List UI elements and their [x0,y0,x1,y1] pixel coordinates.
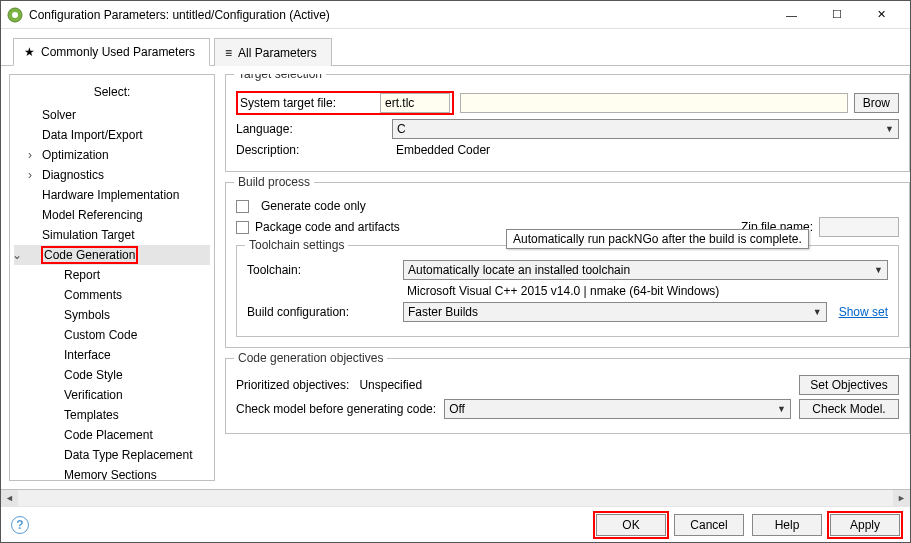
select-value: Faster Builds [408,305,478,319]
tree-item-custom-code[interactable]: Custom Code [14,325,210,345]
maximize-button[interactable]: ☐ [814,1,859,29]
select-value: Off [449,402,465,416]
horizontal-scrollbar[interactable]: ◄ ► [1,489,910,506]
build-config-select[interactable]: Faster Builds ▼ [403,302,827,322]
prioritized-objectives-value: Unspecified [355,378,426,392]
scroll-right-button[interactable]: ► [893,490,910,507]
tree-item-solver[interactable]: Solver [14,105,210,125]
package-code-checkbox[interactable] [236,221,249,234]
window-controls: — ☐ ✕ [769,1,904,29]
toolchain-label: Toolchain: [247,263,397,277]
language-label: Language: [236,122,386,136]
tree-item-model-ref[interactable]: Model Referencing [14,205,210,225]
chevron-down-icon: ▼ [813,307,822,317]
prioritized-objectives-label: Prioritized objectives: [236,378,349,392]
zip-file-input [819,217,899,237]
generate-code-only-label: Generate code only [261,199,366,213]
tree-item-templates[interactable]: Templates [14,405,210,425]
tooltip: Automatically run packNGo after the buil… [506,229,809,249]
system-target-file-input-ext[interactable] [460,93,848,113]
group-title: Toolchain settings [245,238,348,252]
group-title: Target selection [234,74,326,81]
tab-bar: ★ Commonly Used Parameters ≡ All Paramet… [1,29,910,66]
scroll-left-button[interactable]: ◄ [1,490,18,507]
tree-item-label: Code Generation [42,247,137,263]
tree-item-verification[interactable]: Verification [14,385,210,405]
check-model-button[interactable]: Check Model. [799,399,899,419]
generate-code-only-checkbox[interactable] [236,200,249,213]
body: Select: Solver Data Import/Export Optimi… [1,66,910,489]
group-toolchain-settings: Toolchain settings Toolchain: Automatica… [236,245,899,337]
tree-item-interface[interactable]: Interface [14,345,210,365]
group-title: Code generation objectives [234,351,387,365]
description-label: Description: [236,143,386,157]
cancel-button[interactable]: Cancel [674,514,744,536]
context-help-icon[interactable]: ? [11,516,29,534]
toolchain-select[interactable]: Automatically locate an installed toolch… [403,260,888,280]
group-build-process: Build process Generate code only Package… [225,182,910,348]
apply-button[interactable]: Apply [830,514,900,536]
tab-all-params[interactable]: ≡ All Parameters [214,38,332,66]
group-title: Build process [234,175,314,189]
help-button[interactable]: Help [752,514,822,536]
tree-item-data-import-export[interactable]: Data Import/Export [14,125,210,145]
minimize-button[interactable]: — [769,1,814,29]
set-objectives-button[interactable]: Set Objectives [799,375,899,395]
system-target-file-input[interactable] [380,93,450,113]
tab-label: All Parameters [238,46,317,60]
show-settings-link[interactable]: Show set [839,305,888,319]
close-button[interactable]: ✕ [859,1,904,29]
select-value: C [397,122,406,136]
app-icon [7,7,23,23]
select-value: Automatically locate an installed toolch… [408,263,630,277]
chevron-down-icon: ▼ [874,265,883,275]
tree-item-code-style[interactable]: Code Style [14,365,210,385]
check-model-label: Check model before generating code: [236,402,436,416]
tree-item-hardware-impl[interactable]: Hardware Implementation [14,185,210,205]
tree-item-memory-sections[interactable]: Memory Sections [14,465,210,481]
titlebar: Configuration Parameters: untitled/Confi… [1,1,910,29]
list-icon: ≡ [225,46,232,60]
star-icon: ★ [24,45,35,59]
tree-header: Select: [14,81,210,105]
package-code-label: Package code and artifacts [255,220,400,234]
build-config-label: Build configuration: [247,305,397,319]
group-target-selection: Target selection System target file: Bro… [225,74,910,172]
stf-label: System target file: [240,96,380,110]
config-params-window: Configuration Parameters: untitled/Confi… [0,0,911,543]
ok-button[interactable]: OK [596,514,666,536]
chevron-down-icon: ▼ [885,124,894,134]
tree-item-code-placement[interactable]: Code Placement [14,425,210,445]
tree-item-code-generation[interactable]: Code Generation [14,245,210,265]
chevron-down-icon: ▼ [777,404,786,414]
tree-item-comments[interactable]: Comments [14,285,210,305]
svg-point-1 [12,12,18,18]
tab-label: Commonly Used Parameters [41,45,195,59]
window-title: Configuration Parameters: untitled/Confi… [29,8,769,22]
check-model-select[interactable]: Off ▼ [444,399,791,419]
language-select[interactable]: C ▼ [392,119,899,139]
tree-item-diagnostics[interactable]: Diagnostics [14,165,210,185]
browse-button[interactable]: Brow [854,93,899,113]
scroll-track[interactable] [18,490,893,507]
tree-item-sim-target[interactable]: Simulation Target [14,225,210,245]
category-tree[interactable]: Select: Solver Data Import/Export Optimi… [9,74,215,481]
tree-item-report[interactable]: Report [14,265,210,285]
footer: ? OK Cancel Help Apply [1,506,910,542]
toolchain-resolved: Microsoft Visual C++ 2015 v14.0 | nmake … [403,284,723,298]
tab-common-params[interactable]: ★ Commonly Used Parameters [13,38,210,66]
group-code-gen-objectives: Code generation objectives Prioritized o… [225,358,910,434]
tree-item-data-type-repl[interactable]: Data Type Replacement [14,445,210,465]
description-value: Embedded Coder [392,143,494,157]
main-panel: Target selection System target file: Bro… [215,66,910,489]
tree-item-symbols[interactable]: Symbols [14,305,210,325]
tree-item-optimization[interactable]: Optimization [14,145,210,165]
